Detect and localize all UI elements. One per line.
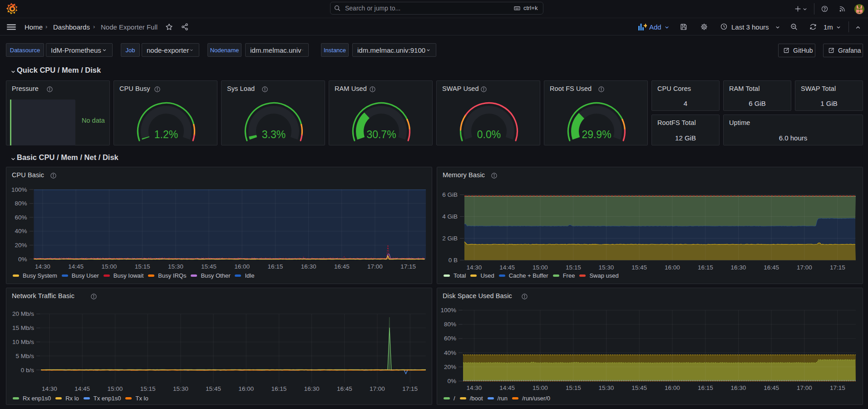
svg-text:80%: 80%: [15, 200, 27, 207]
svg-text:15:45: 15:45: [631, 384, 647, 391]
svg-text:16:00: 16:00: [665, 264, 680, 271]
svg-text:10 Mb/s: 10 Mb/s: [12, 339, 34, 345]
svg-text:30.7%: 30.7%: [366, 129, 396, 140]
svg-text:16:30: 16:30: [301, 263, 316, 270]
svg-text:20%: 20%: [15, 242, 27, 249]
svg-text:16:00: 16:00: [234, 263, 250, 270]
svg-text:14:45: 14:45: [74, 385, 90, 392]
svg-text:20%: 20%: [444, 364, 456, 370]
svg-text:15:30: 15:30: [168, 263, 183, 270]
svg-text:4 GiB: 4 GiB: [442, 213, 458, 220]
svg-text:14:30: 14:30: [467, 264, 482, 271]
svg-text:15:30: 15:30: [599, 384, 614, 391]
svg-text:14:30: 14:30: [42, 385, 57, 392]
svg-text:16:30: 16:30: [731, 264, 746, 271]
svg-text:17:15: 17:15: [830, 384, 845, 391]
svg-text:40%: 40%: [444, 349, 456, 356]
svg-text:16:00: 16:00: [665, 384, 680, 391]
svg-text:15:45: 15:45: [201, 263, 217, 270]
svg-text:15:15: 15:15: [566, 384, 581, 391]
svg-text:14:45: 14:45: [499, 384, 515, 391]
svg-text:16:30: 16:30: [304, 385, 320, 392]
svg-text:17:00: 17:00: [370, 385, 385, 392]
svg-text:20 Mb/s: 20 Mb/s: [12, 310, 34, 317]
svg-text:16:45: 16:45: [764, 384, 779, 391]
svg-text:15 Mb/s: 15 Mb/s: [12, 324, 34, 331]
svg-text:17:00: 17:00: [797, 264, 812, 271]
svg-text:6 GiB: 6 GiB: [442, 191, 458, 198]
svg-text:15:45: 15:45: [206, 385, 221, 392]
svg-text:14:30: 14:30: [35, 263, 50, 270]
svg-text:60%: 60%: [444, 335, 456, 342]
svg-text:0.0%: 0.0%: [477, 129, 501, 140]
svg-text:14:30: 14:30: [467, 384, 482, 391]
svg-text:15:00: 15:00: [108, 385, 123, 392]
svg-text:16:15: 16:15: [698, 384, 713, 391]
svg-text:15:15: 15:15: [566, 264, 581, 271]
svg-text:80%: 80%: [444, 321, 456, 328]
svg-text:15:15: 15:15: [140, 385, 156, 392]
svg-text:16:15: 16:15: [271, 385, 287, 392]
svg-text:17:00: 17:00: [367, 263, 383, 270]
svg-text:17:15: 17:15: [400, 263, 416, 270]
svg-text:0 B: 0 B: [449, 257, 458, 264]
svg-text:40%: 40%: [15, 228, 27, 234]
svg-text:17:00: 17:00: [797, 384, 812, 391]
svg-text:15:30: 15:30: [599, 264, 614, 271]
svg-text:14:45: 14:45: [68, 263, 84, 270]
svg-text:16:15: 16:15: [268, 263, 283, 270]
svg-text:29.9%: 29.9%: [582, 129, 611, 140]
svg-text:15:30: 15:30: [173, 385, 188, 392]
svg-text:0%: 0%: [447, 378, 456, 384]
svg-text:100%: 100%: [440, 307, 456, 314]
svg-text:5 Mb/s: 5 Mb/s: [15, 353, 34, 359]
svg-text:15:45: 15:45: [631, 264, 647, 271]
svg-text:16:45: 16:45: [334, 263, 350, 270]
svg-text:14:45: 14:45: [499, 264, 515, 271]
svg-text:3.3%: 3.3%: [262, 129, 286, 140]
svg-text:16:45: 16:45: [764, 264, 779, 271]
svg-text:15:15: 15:15: [135, 263, 150, 270]
svg-text:1.2%: 1.2%: [154, 129, 178, 140]
svg-text:17:15: 17:15: [402, 385, 418, 392]
svg-text:100%: 100%: [11, 186, 27, 193]
svg-text:15:00: 15:00: [102, 263, 117, 270]
svg-text:16:15: 16:15: [698, 264, 713, 271]
svg-text:16:00: 16:00: [238, 385, 254, 392]
svg-text:15:00: 15:00: [533, 384, 548, 391]
svg-text:16:45: 16:45: [337, 385, 352, 392]
svg-text:2 GiB: 2 GiB: [442, 235, 458, 242]
svg-text:15:00: 15:00: [533, 264, 548, 271]
svg-text:60%: 60%: [15, 214, 27, 221]
svg-text:0 b/s: 0 b/s: [21, 367, 35, 374]
svg-text:17:15: 17:15: [830, 264, 845, 271]
svg-text:0%: 0%: [18, 256, 27, 263]
svg-text:16:30: 16:30: [731, 384, 746, 391]
